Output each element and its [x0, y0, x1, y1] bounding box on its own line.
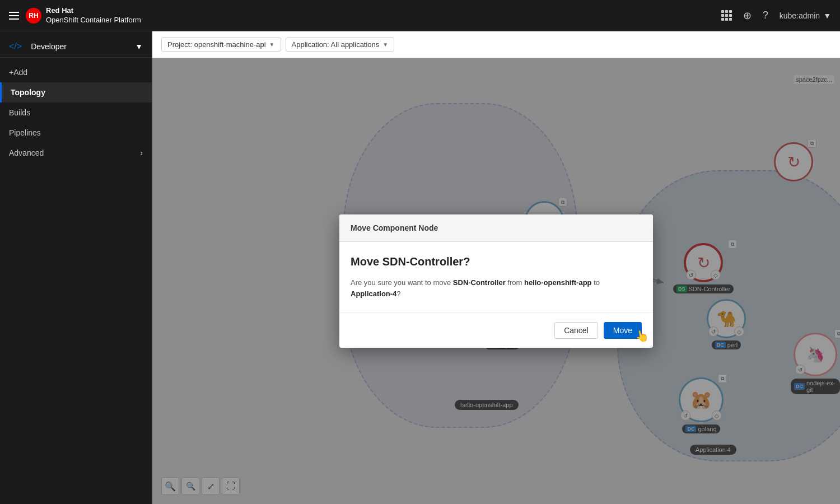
advanced-label: Advanced [9, 148, 44, 157]
perspective-switcher[interactable]: </> Developer ▼ [0, 36, 152, 58]
move-component-modal: Move Component Node Move SDN-Controller?… [339, 214, 653, 348]
pipelines-label: Pipelines [9, 128, 41, 137]
modal-to-group: Application-4 [351, 290, 396, 298]
sidebar-item-topology[interactable]: Topology [0, 82, 152, 102]
main-content: Project: openshift-machine-api ▼ Applica… [152, 31, 840, 504]
nav-left: RH Red Hat OpenShift Container Platform [9, 6, 141, 25]
sidebar-item-builds[interactable]: Builds [0, 102, 152, 123]
grid-icon[interactable] [721, 10, 732, 21]
topology-label: Topology [11, 88, 45, 97]
modal-header: Move Component Node [339, 214, 653, 242]
cancel-button[interactable]: Cancel [554, 322, 598, 339]
modal-body: Move SDN-Controller? Are you sure you wa… [339, 242, 653, 312]
modal-source-node: SDN-Controller [382, 255, 463, 268]
project-dropdown-arrow: ▼ [269, 41, 275, 48]
builds-label: Builds [9, 108, 30, 117]
main-layout: </> Developer ▼ +Add Topology Builds Pip… [0, 31, 840, 504]
move-button[interactable]: Move 👆 [604, 322, 642, 339]
modal-overlay: Move Component Node Move SDN-Controller?… [152, 58, 840, 504]
modal-description: Are you sure you want to move SDN-Contro… [351, 277, 642, 299]
modal-header-title: Move Component Node [351, 223, 438, 232]
add-label: +Add [9, 68, 27, 77]
hamburger-menu[interactable] [9, 12, 19, 20]
perspective-label: Developer [31, 42, 67, 51]
developer-icon: </> [9, 41, 22, 52]
move-button-label: Move [613, 326, 632, 335]
perspective-arrow: ▼ [135, 42, 143, 51]
modal-source-node-bold: SDN-Controller [453, 278, 506, 287]
modal-footer: Cancel Move 👆 [339, 312, 653, 348]
sidebar: </> Developer ▼ +Add Topology Builds Pip… [0, 31, 152, 504]
top-navigation: RH Red Hat OpenShift Container Platform … [0, 0, 840, 31]
help-icon[interactable]: ? [763, 10, 768, 21]
redhat-logo: RH Red Hat OpenShift Container Platform [26, 6, 141, 25]
brand-text: Red Hat OpenShift Container Platform [46, 6, 141, 25]
sidebar-item-pipelines[interactable]: Pipelines [0, 123, 152, 143]
modal-from-group: hello-openshift-app [524, 278, 592, 287]
user-menu[interactable]: kube:admin ▼ [780, 11, 831, 20]
rh-icon: RH [26, 8, 41, 24]
application-dropdown-arrow: ▼ [382, 41, 388, 48]
sidebar-item-advanced[interactable]: Advanced › [0, 143, 152, 163]
nav-right: ⊕ ? kube:admin ▼ [721, 10, 831, 22]
add-icon[interactable]: ⊕ [743, 10, 752, 22]
cursor-pointer-icon: 👆 [634, 328, 650, 344]
user-menu-arrow: ▼ [823, 11, 831, 20]
application-dropdown[interactable]: Application: All applications ▼ [286, 38, 395, 52]
advanced-arrow: › [140, 148, 143, 157]
project-label: Project: openshift-machine-api [167, 40, 266, 49]
application-label: Application: All applications [292, 40, 380, 49]
modal-title: Move SDN-Controller? [351, 255, 642, 268]
toolbar: Project: openshift-machine-api ▼ Applica… [152, 31, 840, 58]
project-dropdown[interactable]: Project: openshift-machine-api ▼ [161, 38, 281, 52]
topology-canvas: space2fpzc... ⧉ ↻ ↺ ◇ DC python ⧉ [152, 58, 840, 504]
sidebar-item-add[interactable]: +Add [0, 62, 152, 82]
